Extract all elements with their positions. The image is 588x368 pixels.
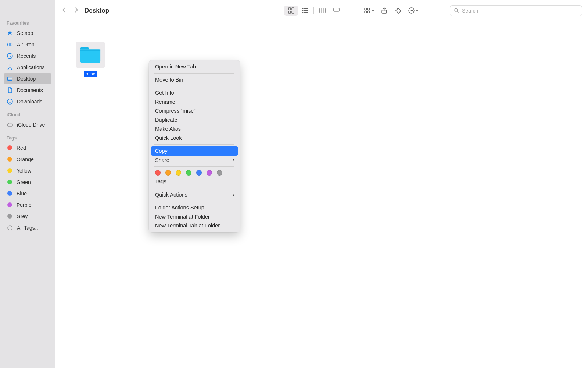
menu-separator <box>154 144 234 145</box>
sidebar-item-label: Red <box>17 145 26 151</box>
menu-separator <box>154 188 234 188</box>
sidebar-item-icloud-drive[interactable]: iCloud Drive <box>4 119 51 130</box>
menu-open-in-new-tab[interactable]: Open in New Tab <box>151 62 238 71</box>
sidebar-item-label: Applications <box>17 64 45 70</box>
tag-dot-blue <box>7 191 12 196</box>
toolbar: Desktop <box>55 0 588 21</box>
tags-button[interactable] <box>391 6 405 16</box>
folder-item-misc[interactable]: misc <box>76 42 105 77</box>
tag-dot-green[interactable] <box>186 170 191 176</box>
separator <box>313 7 314 14</box>
svg-point-3 <box>8 68 9 70</box>
menu-new-terminal-tab-at-folder[interactable]: New Terminal Tab at Folder <box>151 221 238 230</box>
menu-separator <box>154 166 234 167</box>
sidebar-item-setapp[interactable]: Setapp <box>4 27 51 39</box>
menu-separator <box>154 86 234 86</box>
svg-point-15 <box>302 12 303 13</box>
clock-icon <box>7 53 13 59</box>
sidebar-item-label: Recents <box>17 53 36 59</box>
menu-new-terminal-at-folder[interactable]: New Terminal at Folder <box>151 212 238 222</box>
svg-rect-20 <box>368 8 369 10</box>
chevron-down-icon <box>416 10 419 11</box>
tag-dot-yellow[interactable] <box>176 170 181 176</box>
svg-point-13 <box>302 8 303 9</box>
svg-rect-29 <box>80 49 100 63</box>
sidebar-item-label: Desktop <box>17 76 36 82</box>
gallery-view-button[interactable] <box>329 6 343 16</box>
downloads-icon <box>7 98 13 105</box>
sidebar-tag-orange[interactable]: Orange <box>4 153 51 165</box>
sidebar-header-tags: Tags <box>4 133 51 142</box>
cloud-icon <box>7 121 13 128</box>
sidebar-item-label: Blue <box>17 191 27 197</box>
svg-point-4 <box>11 68 12 70</box>
tag-dot-purple <box>7 202 12 207</box>
forward-button[interactable] <box>73 7 79 15</box>
menu-folder-actions-setup[interactable]: Folder Actions Setup… <box>151 203 238 212</box>
sidebar-tag-red[interactable]: Red <box>4 142 51 153</box>
tag-dot-orange <box>7 157 12 162</box>
tag-dot-red[interactable] <box>155 170 161 176</box>
svg-point-28 <box>455 8 458 11</box>
menu-copy[interactable]: Copy <box>151 146 238 156</box>
tag-dot-blue[interactable] <box>196 170 202 176</box>
tag-dot-orange[interactable] <box>165 170 171 176</box>
menu-quick-actions[interactable]: Quick Actions › <box>151 190 238 199</box>
sidebar-tag-blue[interactable]: Blue <box>4 188 51 199</box>
search-icon <box>454 8 459 13</box>
sidebar-tag-purple[interactable]: Purple <box>4 199 51 210</box>
sidebar-tag-green[interactable]: Green <box>4 176 51 188</box>
menu-share[interactable]: Share › <box>151 156 238 165</box>
sidebar-item-airdrop[interactable]: AirDrop <box>4 39 51 50</box>
sidebar-all-tags[interactable]: All Tags… <box>4 222 51 233</box>
menu-separator <box>154 73 234 74</box>
sidebar-item-applications[interactable]: Applications <box>4 61 51 73</box>
svg-rect-17 <box>334 8 339 11</box>
sidebar-tag-grey[interactable]: Grey <box>4 210 51 222</box>
tag-dot-purple[interactable] <box>207 170 212 176</box>
sidebar-item-desktop[interactable]: Desktop <box>4 73 51 84</box>
list-view-button[interactable] <box>298 6 312 16</box>
menu-move-to-bin[interactable]: Move to Bin <box>151 75 238 85</box>
desktop-icon <box>7 75 13 82</box>
svg-point-26 <box>411 10 412 11</box>
window-title: Desktop <box>85 7 109 14</box>
chevron-right-icon: › <box>233 158 234 163</box>
sidebar-item-label: Setapp <box>17 30 33 36</box>
sidebar-tag-yellow[interactable]: Yellow <box>4 165 51 176</box>
sidebar-item-label: Grey <box>17 213 28 219</box>
svg-rect-6 <box>8 77 12 80</box>
tag-dot-grey[interactable] <box>217 170 222 176</box>
search-field[interactable] <box>450 5 582 16</box>
icon-view-button[interactable] <box>284 6 298 16</box>
column-view-button[interactable] <box>315 6 329 16</box>
svg-point-27 <box>412 10 413 11</box>
sidebar-item-recents[interactable]: Recents <box>4 50 51 61</box>
menu-rename[interactable]: Rename <box>151 98 238 107</box>
main-pane: Desktop <box>55 0 588 368</box>
search-input[interactable] <box>462 8 578 14</box>
view-mode-group <box>284 6 343 16</box>
group-by-button[interactable] <box>361 6 377 16</box>
svg-rect-21 <box>368 11 369 13</box>
menu-tags[interactable]: Tags… <box>151 177 238 186</box>
svg-rect-16 <box>320 8 325 13</box>
airdrop-icon <box>7 41 13 48</box>
menu-compress[interactable]: Compress “misc” <box>151 106 238 116</box>
sidebar-item-downloads[interactable]: Downloads <box>4 96 51 107</box>
sidebar-item-documents[interactable]: Documents <box>4 84 51 96</box>
svg-point-14 <box>302 10 303 11</box>
content-area[interactable]: misc <box>55 21 588 368</box>
menu-tag-colors <box>151 169 238 177</box>
more-actions-button[interactable] <box>405 6 421 16</box>
menu-quick-look[interactable]: Quick Look <box>151 134 238 143</box>
svg-point-23 <box>397 9 398 10</box>
tag-dot-red <box>7 145 12 150</box>
menu-duplicate[interactable]: Duplicate <box>151 116 238 125</box>
back-button[interactable] <box>61 7 68 15</box>
share-button[interactable] <box>377 6 391 16</box>
menu-get-info[interactable]: Get Info <box>151 88 238 98</box>
setapp-icon <box>7 30 13 36</box>
sidebar-item-label: iCloud Drive <box>17 122 45 128</box>
menu-make-alias[interactable]: Make Alias <box>151 124 238 134</box>
